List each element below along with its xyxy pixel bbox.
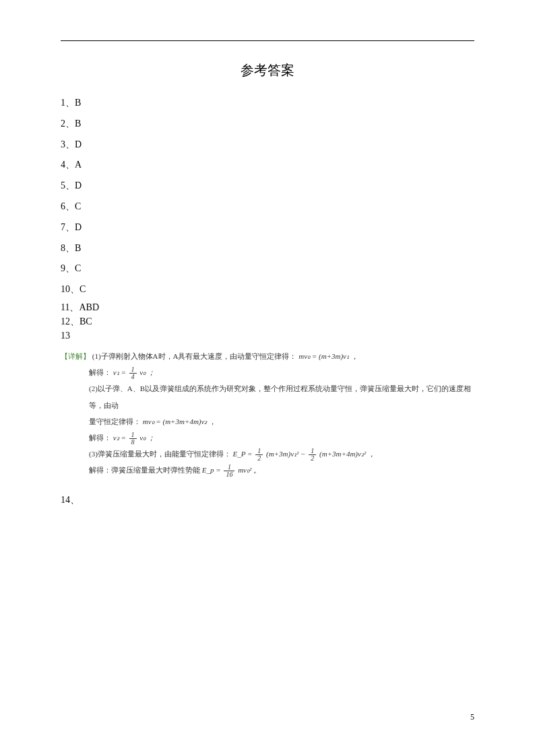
detail-solve1: 解得： v₁ = 14 v₀ ；: [61, 364, 474, 380]
detail-part2: (2)以子弹、A、B以及弹簧组成的系统作为研究对象，整个作用过程系统动量守恒，弹…: [61, 380, 474, 413]
answer-6: 6、C: [61, 197, 474, 217]
answer-10: 10、C: [61, 279, 474, 300]
answer-11: 11、ABD: [61, 300, 474, 314]
detail-part1: (1)子弹刚射入物体A时，A具有最大速度，由动量守恒定律得：: [92, 352, 297, 360]
answer-7: 7、D: [61, 217, 474, 238]
detail-part3: (3)弹簧压缩量最大时，由能量守恒定律得： E_P = 12 (m+3m)v₁²…: [61, 446, 474, 462]
detail-part2-cont: 量守恒定律得： mv₀ = (m+3m+4m)v₂ ，: [61, 413, 474, 429]
answer-4: 4、A: [61, 155, 474, 176]
page-number: 5: [470, 712, 474, 722]
detail-solve3: 解得：弹簧压缩量最大时弹性势能 E_p = 116 mv₀² 。: [61, 462, 474, 478]
answer-9: 9、C: [61, 259, 474, 279]
detail-explanation: 【详解】 (1)子弹刚射入物体A时，A具有最大速度，由动量守恒定律得： mv₀ …: [61, 348, 474, 479]
detail-formula1: mv₀ = (m+3m)v₁: [298, 352, 349, 360]
answer-5: 5、D: [61, 176, 474, 197]
answer-13: 13: [61, 329, 474, 343]
top-divider: [61, 40, 474, 41]
answer-3: 3、D: [61, 135, 474, 156]
answer-2: 2、B: [61, 114, 474, 135]
answer-14: 14、: [61, 490, 474, 511]
answer-1: 1、B: [61, 93, 474, 114]
page-title: 参考答案: [61, 61, 474, 79]
answer-8: 8、B: [61, 238, 474, 259]
detail-solve2: 解得： v₂ = 18 v₀ ；: [61, 429, 474, 446]
detail-label: 【详解】: [61, 352, 90, 360]
answer-12: 12、BC: [61, 314, 474, 329]
